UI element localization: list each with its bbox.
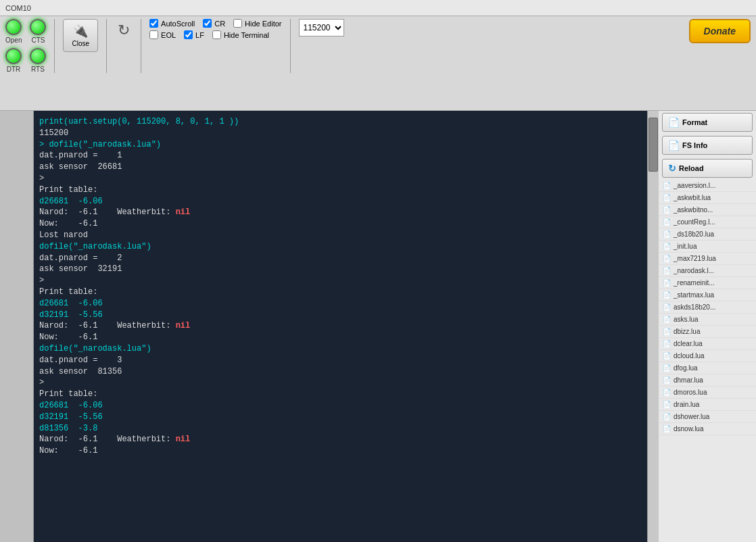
term-line-10: Now: -6.1 (39, 218, 642, 230)
open-button[interactable]: Open (5, 19, 22, 44)
file-item[interactable]: 📄dmoros.lua (659, 387, 756, 399)
scrollbar-thumb[interactable] (648, 118, 658, 172)
file-item[interactable]: 📄dsnow.lua (659, 423, 756, 435)
term-line-24: > (39, 377, 642, 389)
scrollbar-track (648, 111, 659, 542)
term-line-8: d26681 -6.06 (39, 196, 642, 207)
hide-terminal-label: Hide Terminal (224, 31, 269, 39)
term-line-3: > dofile("_narodask.lua") (39, 139, 642, 151)
term-line-15: > (39, 275, 642, 287)
file-item[interactable]: 📄drain.lua (659, 399, 756, 411)
lf-checkbox[interactable] (184, 30, 193, 39)
file-icon: 📄 (663, 340, 671, 347)
file-item[interactable]: 📄asks.lua (659, 314, 756, 326)
cts-led (30, 19, 46, 35)
left-panel (0, 111, 34, 542)
term-line-16: Print table: (39, 287, 642, 298)
term-line-30: Now: -6.1 (39, 445, 642, 457)
file-icon: 📄 (663, 425, 671, 433)
terminal-scrollbar[interactable] (647, 111, 658, 542)
reload-icon: ↻ (118, 22, 130, 39)
file-icon: 📄 (663, 316, 671, 323)
file-icon: 📄 (663, 291, 671, 299)
file-item[interactable]: 📄_init.lua (659, 241, 756, 253)
divider4 (290, 19, 291, 73)
divider1 (54, 19, 55, 73)
divider2 (106, 19, 107, 73)
autoscroll-label: AutoScroll (161, 20, 195, 28)
format-label: Format (682, 118, 707, 126)
term-line-13: dat.pnarod = 2 (39, 253, 642, 264)
file-icon: 📄 (663, 255, 671, 262)
file-item[interactable]: 📄_startmax.lua (659, 289, 756, 301)
rts-button[interactable]: RTS (30, 48, 46, 73)
file-list: 📄_aaversion.l...📄_askwbit.lua📄_askwbitno… (659, 180, 756, 542)
open-label: Open (5, 36, 22, 44)
file-item[interactable]: 📄_narodask.l... (659, 265, 756, 277)
file-icon: 📄 (663, 352, 671, 360)
file-icon: 📄 (663, 279, 671, 287)
close-button[interactable]: 🔌 Close (63, 19, 98, 52)
file-item[interactable]: 📄_aaversion.l... (659, 180, 756, 192)
file-item[interactable]: 📄_max7219.lua (659, 253, 756, 265)
format-button[interactable]: 📄 Format (662, 113, 753, 132)
file-item[interactable]: 📄dbizz.lua (659, 326, 756, 338)
hide-terminal-checkbox[interactable] (212, 30, 221, 39)
reload-fs-label: Reload (679, 164, 704, 172)
file-item[interactable]: 📄_ds18b20.lua (659, 228, 756, 241)
term-line-6: > (39, 173, 642, 184)
file-item[interactable]: 📄_askwbitno... (659, 204, 756, 216)
file-item[interactable]: 📄_renameinit... (659, 277, 756, 289)
eol-checkbox[interactable] (149, 30, 158, 39)
dtr-button[interactable]: DTR (5, 48, 22, 73)
hide-editor-checkbox[interactable] (233, 19, 242, 28)
file-icon: 📄 (663, 218, 671, 226)
hide-editor-label: Hide Editor (245, 20, 281, 28)
file-item[interactable]: 📄_countReg.l... (659, 216, 756, 228)
term-line-14: ask sensor 32191 (39, 264, 642, 275)
file-item[interactable]: 📄dcloud.lua (659, 350, 756, 362)
file-item[interactable]: 📄askds18b20... (659, 301, 756, 314)
divider3 (141, 19, 141, 73)
term-line-26: d26681 -6.06 (39, 400, 642, 412)
fs-info-button[interactable]: 📄 FS Info (662, 136, 753, 155)
window-title: COM10 (5, 4, 31, 12)
term-line-9: Narod: -6.1 Weatherbit: nil (39, 207, 642, 218)
donate-label: Donate (704, 26, 736, 36)
main-window: COM10 Open CTS (0, 0, 756, 542)
open-led (5, 19, 22, 35)
term-line-22: dat.pnarod = 3 (39, 355, 642, 366)
reload-button[interactable]: ↻ (115, 19, 133, 42)
close-icon: 🔌 (73, 24, 88, 39)
rts-label: RTS (31, 66, 45, 73)
right-panel: 📄 Format 📄 FS Info ↻ Reload 📄_aaversion.… (658, 111, 756, 542)
file-icon: 📄 (663, 303, 671, 311)
file-icon: 📄 (663, 364, 671, 372)
file-item[interactable]: 📄dclear.lua (659, 338, 756, 350)
donate-button[interactable]: Donate (689, 19, 751, 43)
reload-fs-icon: ↻ (668, 163, 676, 174)
file-icon: 📄 (663, 328, 671, 335)
file-item[interactable]: 📄dfog.lua (659, 362, 756, 374)
term-line-4: dat.pnarod = 1 (39, 150, 642, 162)
title-bar: COM10 (0, 0, 756, 16)
cr-label: CR (214, 20, 225, 28)
term-line-20: Now: -6.1 (39, 332, 642, 343)
term-line-29: Narod: -6.1 Weatherbit: nil (39, 434, 642, 445)
term-line-2: 115200 (39, 128, 642, 139)
file-icon: 📄 (663, 194, 671, 201)
rts-led (30, 48, 46, 64)
baud-rate-group: 115200 9600 57600 38400 19200 (299, 19, 344, 36)
reload-fs-button[interactable]: ↻ Reload (662, 159, 753, 178)
cts-button[interactable]: CTS (30, 19, 46, 44)
autoscroll-checkbox[interactable] (149, 19, 158, 28)
file-item[interactable]: 📄dhmar.lua (659, 374, 756, 387)
terminal-area[interactable]: print(uart.setup(0, 115200, 8, 0, 1, 1 )… (34, 111, 647, 542)
file-item[interactable]: 📄_askwbit.lua (659, 192, 756, 204)
term-line-17: d26681 -6.06 (39, 298, 642, 310)
term-line-7: Print table: (39, 184, 642, 196)
toolbar: Open CTS DTR RTS (0, 16, 756, 111)
file-item[interactable]: 📄dshower.lua (659, 411, 756, 423)
cr-checkbox[interactable] (203, 19, 212, 28)
baud-rate-select[interactable]: 115200 9600 57600 38400 19200 (299, 19, 344, 36)
